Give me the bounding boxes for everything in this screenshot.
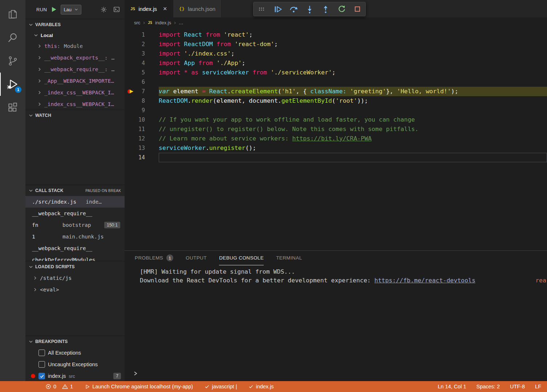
activity-explorer[interactable] [0,3,25,26]
status-check-indexjs[interactable]: index.js [248,384,274,389]
gear-icon[interactable] [100,6,107,13]
watch-section-header[interactable]: WATCH [25,110,125,121]
activity-extensions[interactable] [0,96,25,119]
encoding-status[interactable]: UTF-8 [510,384,525,389]
code-line[interactable]: 1import React from 'react'; [125,30,547,40]
console-text: Download the React DevTools for a better… [140,277,374,284]
variable-name: __webpack_require__: [44,66,108,72]
stack-frame[interactable]: __webpack_require__ [25,208,125,219]
debug-step-out-button[interactable] [317,2,333,16]
code-line[interactable]: 11// unregister() to register() below. N… [125,124,547,134]
breakpoints-section-header[interactable]: BREAKPOINTS [25,336,125,347]
close-icon[interactable]: × [163,5,167,12]
frame-name: fn [32,222,53,228]
debug-step-into-button[interactable] [301,2,317,16]
line-number-gutter: 5 [125,68,159,77]
debug-console-input[interactable] [125,368,547,379]
panel-tab-problems[interactable]: PROBLEMS1 [135,251,173,265]
breakpoint-row[interactable]: index.jssrc7 [25,370,125,381]
panel-tab-debug-console[interactable]: DEBUG CONSOLE [219,251,264,265]
variable-row[interactable]: __webpack_exports__:… [25,52,125,64]
variable-row[interactable]: _App__WEBPACK_IMPORTE… [25,75,125,87]
code-line[interactable]: 3import './index.css'; [125,49,547,58]
code-line[interactable]: 12// Learn more about service workers: h… [125,134,547,143]
script-name: <eval> [40,287,59,293]
console-link[interactable]: https://fb.me/react-devtools [374,277,475,284]
code-line[interactable]: 4import App from './App'; [125,58,547,68]
breakpoint-row[interactable]: Uncaught Exceptions [25,359,125,370]
panel-tab-terminal[interactable]: TERMINAL [276,251,302,265]
eol-status[interactable]: LF [535,384,541,389]
line-number: 10 [138,115,145,124]
code-line[interactable]: 2import ReactDOM from 'react-dom'; [125,40,547,49]
variable-row[interactable]: this:Module [25,40,125,52]
code-line[interactable]: 5import * as serviceWorker from './servi… [125,68,547,77]
line-number-gutter: 2 [125,40,159,49]
code-line[interactable]: 14 [125,153,547,162]
debug-stop-button[interactable] [349,2,365,16]
variable-name: _App__WEBPACK_IMPORTE… [44,78,114,84]
stack-frame[interactable]: 1main.chunk.js [25,231,125,242]
breadcrumb-folder[interactable]: src [134,20,140,25]
debug-restart-button[interactable] [333,2,349,16]
status-left: 0 1 Launch Chrome against localhost (my-… [45,384,274,389]
breakpoint-checkbox[interactable] [39,373,45,379]
activity-search[interactable] [0,26,25,49]
debug-toolbar-gripper[interactable] [254,2,270,16]
code-line[interactable]: 9 [125,106,547,115]
status-check-javascript[interactable]: javascript | [204,384,237,389]
debug-continue-button[interactable] [270,2,285,16]
code-line[interactable]: 10// If you want your app to work offlin… [125,115,547,124]
stack-frame[interactable]: ./src/index.jsinde… [25,196,125,208]
variable-name: __webpack_exports__: [44,55,108,61]
tab-index.js[interactable]: JSindex.js× [125,0,173,17]
stack-frame[interactable]: __webpack_require__ [25,242,125,254]
breakpoint-row[interactable]: All Exceptions [25,347,125,359]
code-token: (element, document. [213,97,281,104]
line-number: 13 [138,143,145,153]
loaded-scripts-section-header[interactable]: LOADED SCRIPTS [25,261,125,272]
console-text: [HMR] Waiting for update signal from WDS… [140,268,295,275]
callstack-section-header[interactable]: CALL STACK PAUSED ON BREAK [25,185,125,196]
code-token: unregister [209,144,245,151]
code-content: // Learn more about service workers: htt… [159,134,547,143]
breadcrumb-symbol[interactable]: … [179,20,183,25]
debug-console-icon[interactable] [113,6,120,13]
stack-frame[interactable]: fnbootstrap150:1 [25,219,125,231]
breadcrumb-file[interactable]: index.js [155,20,171,25]
stack-frame[interactable]: checkDeferredModules [25,254,125,261]
variable-name: _index_css__WEBPACK_I… [44,101,114,107]
activity-run-debug[interactable]: 1 [0,73,25,96]
check-icon [248,384,254,389]
loaded-script-row[interactable]: /static/js [25,272,125,284]
debug-launch-status[interactable]: Launch Chrome against localhost (my-app) [85,384,193,389]
variable-row[interactable]: __webpack_require__:… [25,64,125,75]
tab-launch.json[interactable]: {}launch.json [173,0,222,17]
variable-row[interactable]: _index_css__WEBPACK_I… [25,87,125,98]
loaded-script-row[interactable]: <eval> [25,284,125,295]
indentation-status[interactable]: Spaces: 2 [476,384,500,389]
breakpoint-checkbox[interactable] [39,350,45,356]
code-line[interactable]: 13serviceWorker.unregister(); [125,143,547,153]
console-source-link[interactable]: rea [535,276,546,285]
chevron-right-icon [37,90,42,95]
code-editor[interactable]: 1import React from 'react';2import React… [125,28,547,250]
debug-config-select[interactable]: Lau [61,5,81,15]
callstack-section: CALL STACK PAUSED ON BREAK ./src/index.j… [25,185,125,261]
code-link[interactable]: https://bit.ly/CRA-PWA [292,135,372,142]
scope-local[interactable]: Local [25,30,125,40]
activity-source-control[interactable] [0,49,25,73]
cursor-position[interactable]: Ln 14, Col 1 [438,384,466,389]
start-debugging-button[interactable] [50,6,57,13]
code-line[interactable]: 6 [125,77,547,87]
code-token: // unregister() to register() below. Not… [159,126,418,132]
breakpoint-checkbox[interactable] [39,361,45,368]
problems-status[interactable]: 0 1 [45,384,73,389]
code-line[interactable]: 7var element = React.createElement('h1',… [125,87,547,96]
variable-row[interactable]: _index_css__WEBPACK_I… [25,98,125,110]
panel-tab-output[interactable]: OUTPUT [186,251,207,265]
debug-step-over-button[interactable] [285,2,301,16]
variables-section-header[interactable]: VARIABLES [25,19,125,30]
code-line[interactable]: 8ReactDOM.render(element, document.getEl… [125,96,547,106]
debug-config-label: Lau [64,7,72,12]
